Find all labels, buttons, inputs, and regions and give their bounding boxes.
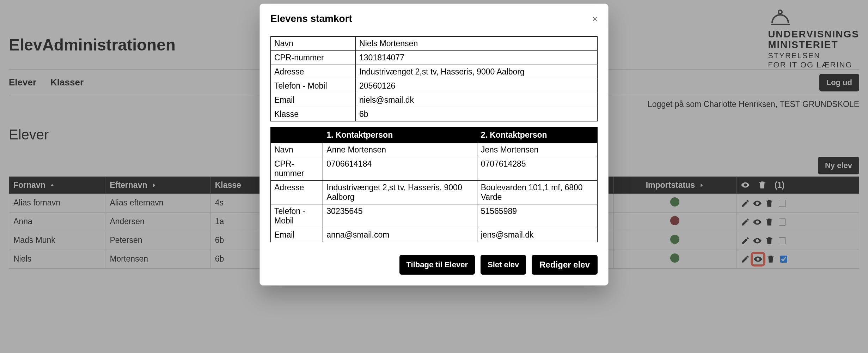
c1-navn: Anne Mortensen bbox=[323, 143, 477, 157]
delete-student-button[interactable]: Slet elev bbox=[481, 255, 526, 275]
c2-cpr: 0707614285 bbox=[477, 157, 597, 181]
label-tlf: Telefon - Mobil bbox=[271, 79, 356, 93]
student-card-modal: Elevens stamkort × Navn Niels Mortensen … bbox=[259, 4, 609, 286]
contacts-header-2: 2. Kontaktperson bbox=[477, 127, 597, 143]
modal-title: Elevens stamkort bbox=[270, 13, 352, 24]
c2-navn: Jens Mortensen bbox=[477, 143, 597, 157]
contacts-corner bbox=[271, 127, 323, 143]
label-cpr: CPR-nummer bbox=[271, 157, 323, 181]
value-klasse: 6b bbox=[356, 107, 598, 121]
label-email: Email bbox=[271, 228, 323, 242]
label-adresse: Adresse bbox=[271, 181, 323, 204]
label-navn: Navn bbox=[271, 143, 323, 157]
value-tlf: 20560126 bbox=[356, 79, 598, 93]
c1-tlf: 30235645 bbox=[323, 204, 477, 228]
c2-email: jens@smail.dk bbox=[477, 228, 597, 242]
value-email: niels@smail.dk bbox=[356, 93, 598, 107]
student-info-table: Navn Niels Mortensen CPR-nummer 13018140… bbox=[270, 36, 598, 121]
label-navn: Navn bbox=[271, 37, 356, 51]
back-to-students-button[interactable]: Tilbage til Elever bbox=[399, 255, 475, 275]
contacts-header-1: 1. Kontaktperson bbox=[323, 127, 477, 143]
close-icon[interactable]: × bbox=[592, 13, 598, 24]
c1-email: anna@smail.com bbox=[323, 228, 477, 242]
value-navn: Niels Mortensen bbox=[356, 37, 598, 51]
value-adresse: Industrivænget 2,st tv, Hasseris, 9000 A… bbox=[356, 65, 598, 79]
label-klasse: Klasse bbox=[271, 107, 356, 121]
c2-tlf: 51565989 bbox=[477, 204, 597, 228]
label-tlf: Telefon - Mobil bbox=[271, 204, 323, 228]
c1-adresse: Industrivænget 2,st tv, Hasseris, 9000 A… bbox=[323, 181, 477, 204]
c1-cpr: 0706614184 bbox=[323, 157, 477, 181]
c2-adresse: Boulevarden 101,1 mf, 6800 Varde bbox=[477, 181, 597, 204]
label-cpr: CPR-nummer bbox=[271, 51, 356, 65]
label-email: Email bbox=[271, 93, 356, 107]
label-adresse: Adresse bbox=[271, 65, 356, 79]
contacts-table: 1. Kontaktperson 2. Kontaktperson Navn A… bbox=[270, 127, 598, 242]
edit-student-button[interactable]: Rediger elev bbox=[532, 255, 598, 275]
value-cpr: 1301814077 bbox=[356, 51, 598, 65]
